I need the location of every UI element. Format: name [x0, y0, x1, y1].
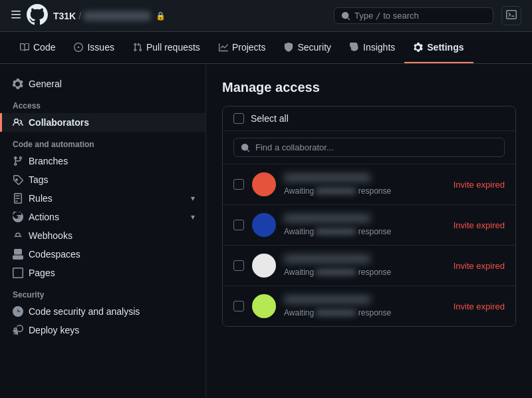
issues-icon [74, 43, 83, 52]
tab-projects[interactable]: Projects [209, 32, 275, 63]
code-automation-section-label: Code and automation [0, 132, 205, 152]
select-all-checkbox[interactable] [233, 113, 244, 124]
collaborator-4-info: Awaiting response [284, 296, 446, 317]
tab-insights[interactable]: Insights [340, 32, 404, 63]
sidebar-item-deploy-keys[interactable]: Deploy keys [0, 321, 205, 339]
sidebar-item-tags[interactable]: Tags [0, 170, 205, 189]
key-icon [13, 325, 23, 335]
collaborator-4-avatar [252, 294, 276, 318]
code-security-icon [13, 306, 23, 317]
collaborator-2-name [284, 214, 370, 222]
access-panel: Select all Find a collaborator... [222, 106, 516, 327]
sidebar-item-collaborators[interactable]: Collaborators [0, 113, 205, 132]
tab-security[interactable]: Security [275, 32, 340, 63]
sidebar-item-actions[interactable]: Actions ▾ [0, 208, 205, 226]
tab-insights-label: Insights [363, 42, 395, 53]
collaborator-1-status: Awaiting response [284, 186, 446, 196]
collaborator-1-checkbox[interactable] [233, 179, 244, 190]
rules-expand-icon: ▾ [191, 194, 195, 203]
tags-label: Tags [29, 174, 49, 185]
codespaces-icon [13, 249, 23, 260]
actions-label: Actions [29, 212, 59, 222]
collaborator-3-status: Awaiting response [284, 268, 446, 277]
collaborator-4-name [284, 296, 370, 303]
person-icon [13, 117, 23, 128]
collaborator-4-blur [316, 309, 356, 316]
collaborator-1-blur [316, 188, 356, 194]
rules-label: Rules [29, 193, 53, 204]
branches-label: Branches [29, 156, 68, 166]
collaborator-row-3: Awaiting response Invite expired [223, 246, 515, 286]
search-text: Type / to search [354, 11, 419, 21]
sidebar-item-rules[interactable]: Rules ▾ [0, 189, 205, 208]
collaborator-4-badge: Invite expired [454, 301, 505, 311]
projects-icon [219, 43, 228, 52]
global-search[interactable]: Type / to search [334, 7, 493, 24]
pages-icon [13, 268, 23, 278]
collaborator-2-badge: Invite expired [454, 220, 505, 230]
collaborator-3-name [284, 255, 370, 263]
sidebar-item-code-security[interactable]: Code security and analysis [0, 302, 205, 321]
collaborator-2-status: Awaiting response [284, 227, 446, 236]
tab-issues-label: Issues [87, 42, 114, 53]
nav-tabs: Code Issues Pull requests Projects Secur… [0, 32, 532, 64]
pages-label: Pages [29, 268, 55, 278]
collaborator-2-info: Awaiting response [284, 214, 446, 236]
collaborator-3-checkbox[interactable] [233, 260, 244, 271]
tab-settings[interactable]: Settings [404, 32, 473, 63]
repo-name[interactable] [84, 11, 150, 21]
lock-icon: 🔒 [156, 11, 166, 21]
general-label: General [29, 79, 62, 89]
username[interactable]: T31K [53, 11, 76, 21]
sidebar-item-pages[interactable]: Pages [0, 264, 205, 282]
content-area: Manage access Select all Find a collabor… [206, 64, 532, 398]
sidebar-item-general[interactable]: General [0, 75, 205, 93]
actions-expand-icon: ▾ [191, 212, 195, 222]
terminal-icon[interactable] [501, 6, 521, 25]
collaborator-1-name [284, 174, 370, 182]
collaborator-row-2: Awaiting response Invite expired [223, 205, 515, 246]
code-icon [20, 43, 29, 52]
collaborator-2-avatar [252, 213, 276, 237]
sidebar-item-webhooks[interactable]: Webhooks [0, 226, 205, 245]
webhooks-label: Webhooks [29, 230, 72, 241]
collaborator-3-blur [316, 269, 356, 276]
select-all-row: Select all [223, 106, 515, 131]
hamburger-icon[interactable] [11, 9, 21, 22]
tab-issues[interactable]: Issues [65, 32, 123, 63]
collaborator-search[interactable]: Find a collaborator... [233, 138, 505, 157]
search-icon [341, 11, 350, 21]
collaborator-2-blur [316, 228, 356, 235]
tab-code[interactable]: Code [11, 32, 65, 63]
github-logo[interactable] [27, 4, 48, 27]
sidebar-item-branches[interactable]: Branches [0, 152, 205, 170]
access-section-label: Access [0, 93, 205, 113]
collaborator-row-4: Awaiting response Invite expired [223, 286, 515, 326]
gear-icon [13, 79, 23, 89]
security-icon [284, 43, 293, 52]
tab-security-label: Security [297, 42, 331, 53]
collaborator-3-info: Awaiting response [284, 255, 446, 277]
actions-icon [13, 212, 23, 222]
collaborator-4-checkbox[interactable] [233, 301, 244, 311]
tab-pull-requests[interactable]: Pull requests [124, 32, 209, 63]
repo-path: T31K / [53, 11, 150, 21]
sidebar: General Access Collaborators Code and au… [0, 64, 206, 398]
search-row: Find a collaborator... [223, 131, 515, 164]
collaborator-3-avatar [252, 254, 276, 278]
tab-settings-label: Settings [427, 42, 464, 53]
collaborator-2-checkbox[interactable] [233, 220, 244, 230]
collaborator-search-icon [241, 143, 250, 152]
insights-icon [350, 43, 359, 52]
collaborator-search-placeholder: Find a collaborator... [255, 142, 334, 152]
page-title: Manage access [222, 80, 516, 95]
settings-icon [414, 43, 423, 52]
collaborator-row-1: Awaiting response Invite expired [223, 164, 515, 205]
sidebar-item-codespaces[interactable]: Codespaces [0, 245, 205, 264]
rules-icon [13, 193, 23, 204]
tag-icon [13, 174, 23, 185]
code-security-label: Code security and analysis [29, 306, 140, 317]
collaborator-1-info: Awaiting response [284, 174, 446, 196]
collaborator-1-avatar [252, 172, 276, 196]
collaborator-1-badge: Invite expired [454, 180, 505, 190]
